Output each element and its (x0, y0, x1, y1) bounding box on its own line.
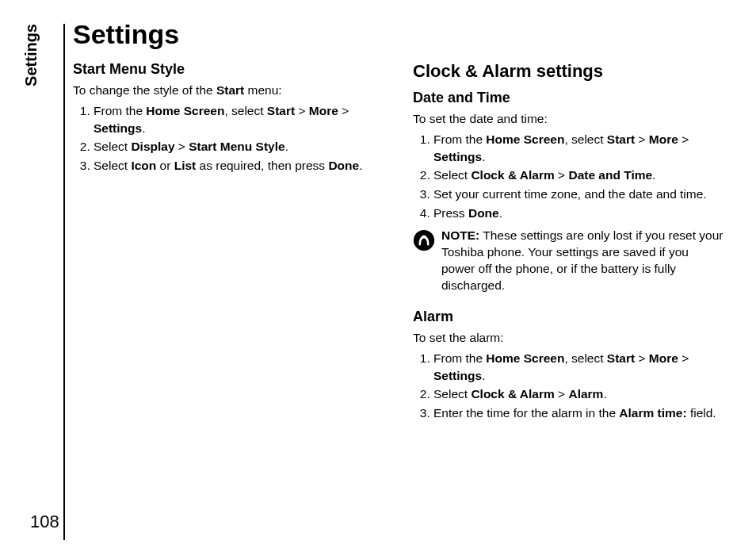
text: or (156, 159, 174, 172)
text-bold: Icon (131, 159, 156, 172)
text: From the (433, 351, 486, 365)
text-bold: Clock & Alarm (471, 387, 554, 401)
text-bold: Home Screen (146, 104, 224, 117)
step: From the Home Screen, select Start > Mor… (433, 131, 724, 165)
text-bold: Alarm time: (619, 406, 686, 420)
text: , select (564, 132, 606, 146)
text: . (499, 206, 502, 220)
heading-alarm: Alarm (413, 309, 724, 325)
text-bold: Start Menu Style (189, 140, 284, 153)
section-start-menu-style: Start Menu Style To change the style of … (73, 61, 384, 174)
text: . (142, 121, 145, 135)
step: From the Home Screen, select Start > Mor… (433, 350, 724, 384)
text: From the (433, 132, 486, 146)
step: Set your current time zone, and the date… (433, 186, 724, 203)
text: menu: (244, 83, 281, 97)
step: Select Display > Start Menu Style. (94, 138, 384, 155)
page-title: Settings (73, 19, 724, 50)
section-alarm: Alarm To set the alarm: From the Home Sc… (413, 309, 724, 422)
text: > (175, 140, 189, 153)
section-date-time: Date and Time To set the date and time: … (413, 90, 724, 294)
text-bold: Done (328, 159, 359, 172)
text: Select (433, 168, 471, 182)
text-bold: Clock & Alarm (471, 168, 554, 182)
text-bold: Home Screen (486, 132, 564, 146)
steps-list: From the Home Screen, select Start > Mor… (413, 350, 724, 422)
intro-text: To set the date and time: (413, 111, 724, 128)
text-bold: Display (131, 140, 174, 153)
step: Press Done. (433, 205, 724, 222)
text: > (635, 132, 649, 146)
text: field. (687, 406, 716, 420)
steps-list: From the Home Screen, select Start > Mor… (73, 102, 384, 174)
text-bold: Start (267, 104, 295, 117)
heading-start-menu-style: Start Menu Style (73, 61, 384, 78)
text: These settings are only lost if you rese… (441, 228, 724, 292)
text: > (338, 104, 349, 117)
left-column: Start Menu Style To change the style of … (73, 61, 384, 436)
text: . (603, 387, 606, 401)
text-bold: Home Screen (486, 351, 564, 365)
text: Enter the time for the alarm in the (433, 406, 619, 420)
text: . (285, 140, 288, 153)
text: Press (433, 206, 468, 220)
manual-page: Settings 108 Settings Start Menu Style T… (0, 0, 756, 556)
text: > (678, 351, 689, 365)
text: . (652, 168, 655, 182)
text: as required, then press (196, 159, 328, 172)
step: Enter the time for the alarm in the Alar… (433, 405, 724, 422)
step: From the Home Screen, select Start > Mor… (94, 102, 384, 136)
text-bold: List (174, 159, 197, 172)
text: > (635, 351, 649, 365)
columns: Start Menu Style To change the style of … (73, 61, 724, 436)
text: To change the style of the (73, 83, 216, 97)
text: > (295, 104, 309, 117)
step: Select Icon or List as required, then pr… (94, 157, 384, 174)
right-column: Clock & Alarm settings Date and Time To … (413, 61, 724, 436)
intro-text: To change the style of the Start menu: (73, 82, 384, 99)
text-bold: More (649, 132, 678, 146)
text-bold: Start (607, 351, 635, 365)
text-bold: Settings (433, 369, 482, 382)
vertical-rule (63, 24, 65, 540)
text: > (555, 168, 569, 182)
text: From the (94, 104, 146, 117)
svg-point-0 (414, 230, 434, 251)
text: . (482, 369, 485, 382)
step: Select Clock & Alarm > Alarm. (433, 385, 724, 403)
text: Select (94, 140, 131, 153)
steps-list: From the Home Screen, select Start > Mor… (413, 131, 724, 221)
text-bold: Done (468, 206, 499, 220)
note-icon (413, 229, 435, 251)
text: Select (94, 159, 131, 172)
text: . (482, 150, 485, 163)
text-bold: Start (216, 83, 244, 97)
heading-clock-alarm: Clock & Alarm settings (413, 61, 724, 82)
heading-date-time: Date and Time (413, 90, 724, 106)
text-bold: More (649, 351, 678, 365)
text-bold: NOTE: (441, 228, 479, 242)
step: Select Clock & Alarm > Date and Time. (433, 167, 724, 184)
text-bold: More (309, 104, 338, 117)
side-section-label: Settings (22, 24, 40, 86)
text-bold: Alarm (568, 387, 603, 401)
note-text: NOTE: These settings are only lost if yo… (441, 228, 724, 294)
intro-text: To set the alarm: (413, 330, 724, 347)
text-bold: Date and Time (568, 168, 652, 182)
page-number: 108 (30, 512, 59, 532)
text: Select (433, 387, 471, 401)
text-bold: Settings (94, 121, 142, 135)
text: . (359, 159, 362, 172)
text: , select (564, 351, 606, 365)
text-bold: Start (607, 132, 635, 146)
text: > (678, 132, 689, 146)
text: , select (224, 104, 266, 117)
content-area: Settings Start Menu Style To change the … (73, 19, 724, 436)
text-bold: Settings (433, 150, 482, 163)
text: > (555, 387, 569, 401)
note: NOTE: These settings are only lost if yo… (413, 228, 724, 294)
